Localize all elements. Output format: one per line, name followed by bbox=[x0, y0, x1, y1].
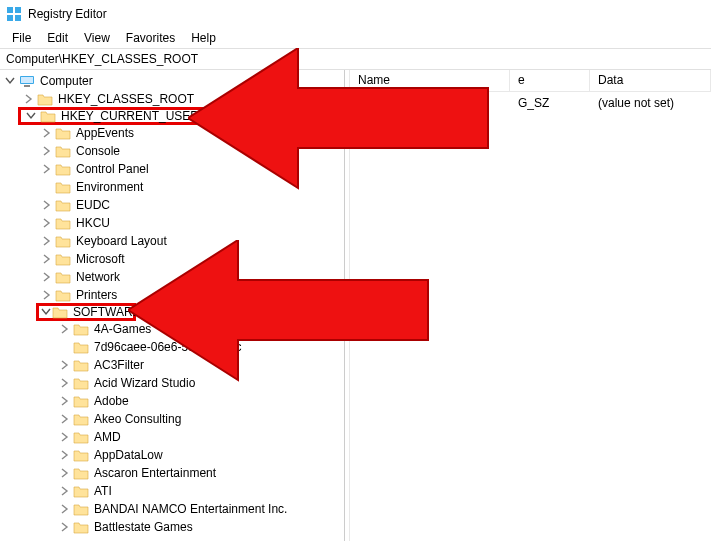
expander-icon[interactable] bbox=[23, 108, 39, 124]
tree-node-battlestate[interactable]: Battlestate Games bbox=[2, 518, 344, 536]
tree-node-controlpanel[interactable]: Control Panel bbox=[2, 160, 344, 178]
folder-icon bbox=[73, 519, 89, 535]
expander-icon[interactable] bbox=[38, 251, 54, 267]
col-label: e bbox=[518, 73, 525, 87]
expander-icon[interactable] bbox=[38, 125, 54, 141]
expander-icon[interactable] bbox=[38, 215, 54, 231]
tree-label: HKEY_CURRENT_USER bbox=[59, 108, 201, 124]
tree-node-bandai[interactable]: BANDAI NAMCO Entertainment Inc. bbox=[2, 500, 344, 518]
tree-node-environment[interactable]: Environment bbox=[2, 178, 344, 196]
folder-icon bbox=[73, 339, 89, 355]
folder-icon bbox=[55, 287, 71, 303]
expander-icon[interactable] bbox=[56, 483, 72, 499]
list-pane[interactable]: Name e Data G_SZ (value not set) bbox=[350, 70, 711, 541]
cell-data: (value not set) bbox=[590, 94, 711, 112]
menu-view[interactable]: View bbox=[76, 29, 118, 47]
expander-icon[interactable] bbox=[20, 91, 36, 107]
titlebar: Registry Editor bbox=[0, 0, 711, 28]
tree-node-microsoft[interactable]: Microsoft bbox=[2, 250, 344, 268]
tree-label: SOFTWARE bbox=[71, 304, 143, 320]
tree-node-akeo[interactable]: Akeo Consulting bbox=[2, 410, 344, 428]
expander-icon[interactable] bbox=[38, 179, 54, 195]
list-row[interactable]: G_SZ (value not set) bbox=[350, 92, 711, 114]
tree-node-hkcu2[interactable]: HKCU bbox=[2, 214, 344, 232]
regedit-app-icon bbox=[6, 6, 22, 22]
tree-node-a4[interactable]: 4A-Games bbox=[2, 320, 344, 338]
svg-rect-1 bbox=[15, 7, 21, 13]
tree-node-hkcu[interactable]: HKEY_CURRENT_USER bbox=[18, 107, 344, 125]
expander-icon[interactable] bbox=[56, 375, 72, 391]
folder-icon bbox=[73, 501, 89, 517]
col-data[interactable]: Data bbox=[590, 70, 711, 91]
expander-icon[interactable] bbox=[38, 143, 54, 159]
expander-icon[interactable] bbox=[56, 339, 72, 355]
tree-node-amd[interactable]: AMD bbox=[2, 428, 344, 446]
tree-label: Ascaron Entertainment bbox=[92, 465, 218, 481]
tree-node-eudc[interactable]: EUDC bbox=[2, 196, 344, 214]
svg-rect-3 bbox=[15, 15, 21, 21]
tree-label: Environment bbox=[74, 179, 145, 195]
tree-node-console[interactable]: Console bbox=[2, 142, 344, 160]
tree-label: 4A-Games bbox=[92, 321, 153, 337]
svg-rect-2 bbox=[7, 15, 13, 21]
tree-node-guid[interactable]: 7d96caee-06e6-597c-9f2f-c bbox=[2, 338, 344, 356]
tree-node-acid[interactable]: Acid Wizard Studio bbox=[2, 374, 344, 392]
svg-rect-6 bbox=[24, 85, 30, 87]
expander-icon[interactable] bbox=[41, 304, 51, 320]
expander-icon[interactable] bbox=[38, 197, 54, 213]
folder-icon bbox=[55, 233, 71, 249]
tree-node-keyboard[interactable]: Keyboard Layout bbox=[2, 232, 344, 250]
folder-icon bbox=[73, 465, 89, 481]
tree-node-appdatalow[interactable]: AppDataLow bbox=[2, 446, 344, 464]
computer-icon bbox=[19, 73, 35, 89]
menu-edit[interactable]: Edit bbox=[39, 29, 76, 47]
menu-file[interactable]: File bbox=[4, 29, 39, 47]
col-type[interactable]: e bbox=[510, 70, 590, 91]
tree-node-computer[interactable]: Computer bbox=[2, 72, 344, 90]
menu-favorites[interactable]: Favorites bbox=[118, 29, 183, 47]
tree-node-appevents[interactable]: AppEvents bbox=[2, 124, 344, 142]
folder-icon bbox=[73, 375, 89, 391]
tree-label: Printers bbox=[74, 287, 119, 303]
svg-rect-0 bbox=[7, 7, 13, 13]
folder-icon bbox=[55, 161, 71, 177]
expander-icon[interactable] bbox=[38, 161, 54, 177]
folder-icon bbox=[73, 393, 89, 409]
expander-icon[interactable] bbox=[56, 501, 72, 517]
expander-icon[interactable] bbox=[38, 269, 54, 285]
tree-node-hkcr[interactable]: HKEY_CLASSES_ROOT bbox=[2, 90, 344, 108]
tree-node-ac3[interactable]: AC3Filter bbox=[2, 356, 344, 374]
tree-label: Computer bbox=[38, 73, 95, 89]
tree-label: Acid Wizard Studio bbox=[92, 375, 197, 391]
address-input[interactable] bbox=[4, 51, 707, 67]
expander-icon[interactable] bbox=[38, 233, 54, 249]
expander-icon[interactable] bbox=[38, 287, 54, 303]
expander-icon[interactable] bbox=[56, 447, 72, 463]
expander-icon[interactable] bbox=[56, 429, 72, 445]
tree-node-software[interactable]: SOFTWARE bbox=[36, 303, 136, 321]
expander-icon[interactable] bbox=[56, 321, 72, 337]
tree-node-ascaron[interactable]: Ascaron Entertainment bbox=[2, 464, 344, 482]
folder-icon bbox=[73, 447, 89, 463]
folder-icon bbox=[55, 125, 71, 141]
menu-help[interactable]: Help bbox=[183, 29, 224, 47]
tree-node-adobe[interactable]: Adobe bbox=[2, 392, 344, 410]
expander-icon[interactable] bbox=[56, 465, 72, 481]
expander-icon[interactable] bbox=[56, 411, 72, 427]
tree-node-printers[interactable]: Printers bbox=[2, 286, 344, 304]
expander-icon[interactable] bbox=[56, 357, 72, 373]
col-name[interactable]: Name bbox=[350, 70, 510, 91]
expander-icon[interactable] bbox=[2, 73, 18, 89]
folder-icon bbox=[55, 251, 71, 267]
tree-pane[interactable]: Computer HKEY_CLASSES_ROOT bbox=[0, 70, 345, 541]
expander-icon[interactable] bbox=[56, 519, 72, 535]
tree-label: Akeo Consulting bbox=[92, 411, 183, 427]
expander-icon[interactable] bbox=[56, 393, 72, 409]
folder-icon bbox=[52, 304, 68, 320]
tree-label: AMD bbox=[92, 429, 123, 445]
tree-node-network[interactable]: Network bbox=[2, 268, 344, 286]
tree-node-ati[interactable]: ATI bbox=[2, 482, 344, 500]
tree-label: Control Panel bbox=[74, 161, 151, 177]
folder-icon bbox=[40, 108, 56, 124]
tree-label: AppEvents bbox=[74, 125, 136, 141]
